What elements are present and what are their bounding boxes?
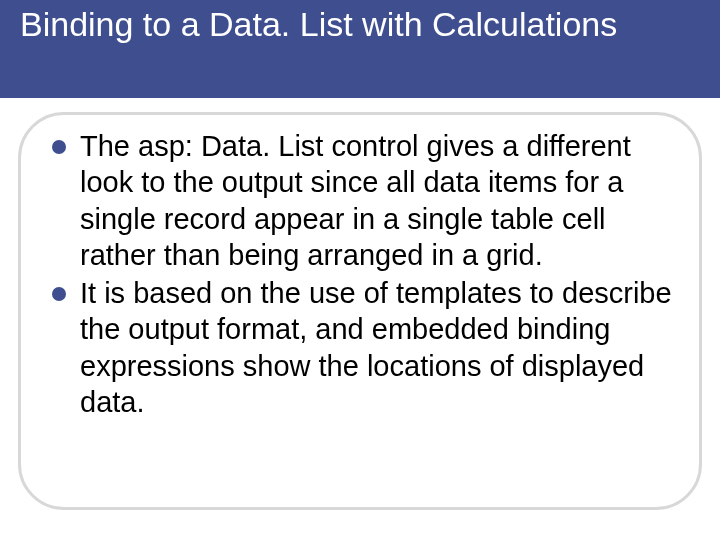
bullet-icon — [52, 287, 66, 301]
list-item: It is based on the use of templates to d… — [52, 275, 682, 420]
bullet-icon — [52, 140, 66, 154]
bullet-text: The asp: Data. List control gives a diff… — [80, 128, 682, 273]
title-underline — [20, 94, 470, 98]
slide: Binding to a Data. List with Calculation… — [0, 0, 720, 540]
bullet-text: It is based on the use of templates to d… — [80, 275, 682, 420]
list-item: The asp: Data. List control gives a diff… — [52, 128, 682, 273]
slide-title: Binding to a Data. List with Calculation… — [20, 4, 617, 45]
content-area: The asp: Data. List control gives a diff… — [52, 128, 682, 422]
